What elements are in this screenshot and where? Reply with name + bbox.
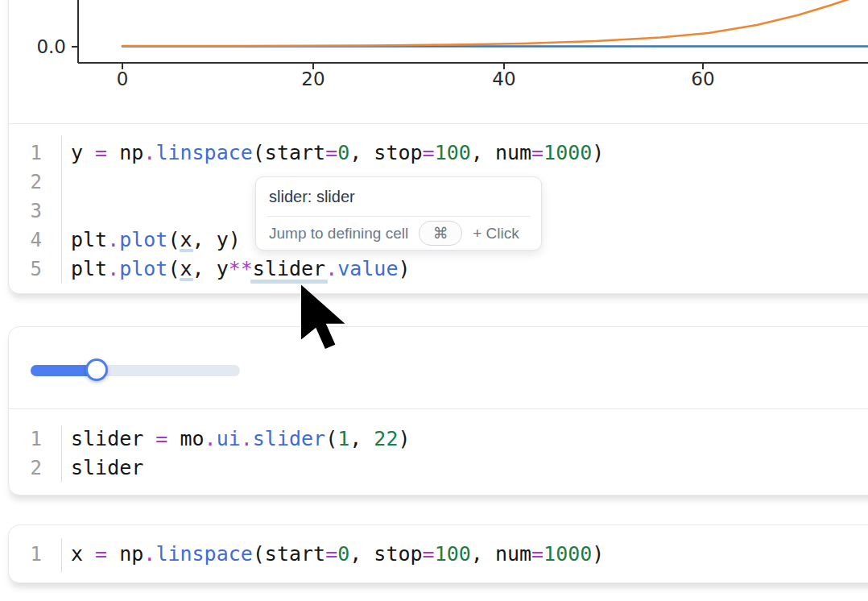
cell-x-card [8, 524, 868, 583]
tooltip-click-hint: + Click [473, 225, 519, 242]
command-key-icon: ⌘ [419, 221, 462, 246]
x-tick-label: 60 [691, 68, 714, 89]
tooltip-jump-hint: Jump to defining cell [269, 225, 408, 242]
series-line [122, 0, 866, 46]
cell-1-output-editor-divider [9, 123, 868, 124]
slider-handle[interactable] [85, 359, 108, 381]
cell-slider-card [8, 326, 868, 495]
variable-hover-tooltip: slider: slider Jump to defining cell ⌘ +… [255, 176, 542, 251]
y-tick-label: 0.0 [36, 36, 66, 57]
x-tick-label: 40 [492, 68, 515, 89]
x-tick-label: 20 [301, 68, 324, 89]
cell-2-output-editor-divider [9, 408, 868, 409]
x-tick-label: 0 [117, 68, 129, 89]
mouse-cursor-icon [301, 284, 348, 354]
tooltip-variable-name: slider: slider [256, 177, 541, 216]
matplotlib-output-chart: 0.00204060 [0, 0, 868, 113]
